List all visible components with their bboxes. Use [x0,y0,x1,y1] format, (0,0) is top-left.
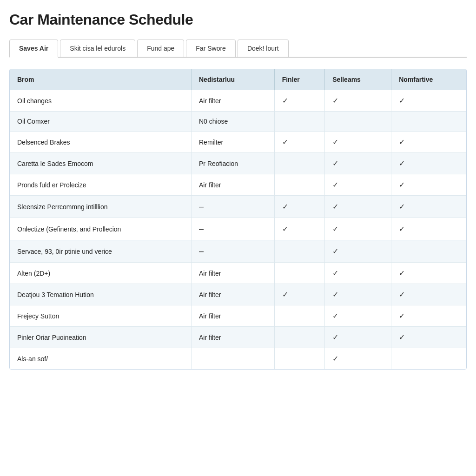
cell-8-brom: Alten (2D+) [10,263,192,284]
tab-2[interactable]: Fund ape [137,40,184,57]
cell-6-brom: Onlectize (Gefinents, and Prollecion [10,218,192,240]
cell-6-finler: ✓ [274,218,325,240]
cell-7-selleams: ✓ [325,240,391,263]
table-row: Oil ComxerN0 chiose [10,112,466,132]
cell-12-finler [274,348,325,370]
cell-3-selleams: ✓ [325,153,391,174]
cell-5-nomfartive: ✓ [391,196,466,218]
cell-0-nedistarluu: Air filter [192,90,275,112]
cell-1-brom: Oil Comxer [10,112,192,132]
cell-11-selleams: ✓ [325,327,391,348]
cell-1-finler [274,112,325,132]
cell-7-nedistarluu: – [192,240,275,263]
table-container: BromNedistarluuFinlerSelleamsNomfartive … [9,69,467,370]
col-header-nomfartive: Nomfartive [391,69,466,90]
table-row: Sleensize Perrcommng intilllion–✓✓✓ [10,196,466,218]
cell-0-nomfartive: ✓ [391,90,466,112]
cell-11-brom: Pinler Oriar Puoineation [10,327,192,348]
cell-7-nomfartive [391,240,466,263]
cell-0-brom: Oil changes [10,90,192,112]
table-row: Caretta le Sades EmocomPr Reofiacion✓✓ [10,153,466,174]
cell-5-finler: ✓ [274,196,325,218]
cell-2-nedistarluu: Remilter [192,132,275,153]
table-row: Alten (2D+)Air filter✓✓ [10,263,466,284]
cell-9-nedistarluu: Air filter [192,284,275,305]
cell-9-finler: ✓ [274,284,325,305]
cell-1-nomfartive [391,112,466,132]
cell-6-nedistarluu: – [192,218,275,240]
cell-5-brom: Sleensize Perrcommng intilllion [10,196,192,218]
cell-4-brom: Pronds fuld er Prolecize [10,174,192,196]
cell-10-brom: Frejecy Sutton [10,305,192,327]
tab-4[interactable]: Doek! lourt [238,40,289,57]
header-row: BromNedistarluuFinlerSelleamsNomfartive [10,69,466,90]
maintenance-table: BromNedistarluuFinlerSelleamsNomfartive … [10,69,466,369]
cell-3-nomfartive: ✓ [391,153,466,174]
page-title: Car Maintenance Schedule [9,11,467,28]
cell-10-selleams: ✓ [325,305,391,327]
cell-2-selleams: ✓ [325,132,391,153]
cell-5-nedistarluu: – [192,196,275,218]
col-header-nedistarluu: Nedistarluu [192,69,275,90]
table-header: BromNedistarluuFinlerSelleamsNomfartive [10,69,466,90]
col-header-selleams: Selleams [325,69,391,90]
cell-11-nomfartive: ✓ [391,327,466,348]
table-row: Servace, 93, 0ir ptinie und verice–✓ [10,240,466,263]
cell-12-nomfartive [391,348,466,370]
table-row: Delsenced BrakesRemilter✓✓✓ [10,132,466,153]
tab-3[interactable]: Far Swore [186,40,236,57]
cell-12-nedistarluu [192,348,275,370]
cell-9-brom: Deatjou 3 Temation Hution [10,284,192,305]
cell-12-selleams: ✓ [325,348,391,370]
cell-11-nedistarluu: Air filter [192,327,275,348]
cell-2-finler: ✓ [274,132,325,153]
cell-10-finler [274,305,325,327]
cell-4-nedistarluu: Air filter [192,174,275,196]
cell-7-brom: Servace, 93, 0ir ptinie und verice [10,240,192,263]
cell-8-nomfartive: ✓ [391,263,466,284]
cell-2-brom: Delsenced Brakes [10,132,192,153]
cell-2-nomfartive: ✓ [391,132,466,153]
cell-10-nedistarluu: Air filter [192,305,275,327]
cell-1-selleams [325,112,391,132]
col-header-brom: Brom [10,69,192,90]
cell-1-nedistarluu: N0 chiose [192,112,275,132]
cell-4-selleams: ✓ [325,174,391,196]
col-header-finler: Finler [274,69,325,90]
tab-0[interactable]: Saves Air [9,40,58,58]
table-row: Frejecy SuttonAir filter✓✓ [10,305,466,327]
table-row: Pinler Oriar PuoineationAir filter✓✓ [10,327,466,348]
cell-8-selleams: ✓ [325,263,391,284]
table-row: Deatjou 3 Temation HutionAir filter✓✓✓ [10,284,466,305]
table-row: Oil changesAir filter✓✓✓ [10,90,466,112]
cell-3-brom: Caretta le Sades Emocom [10,153,192,174]
cell-11-finler [274,327,325,348]
cell-4-nomfartive: ✓ [391,174,466,196]
cell-7-finler [274,240,325,263]
cell-9-selleams: ✓ [325,284,391,305]
cell-8-finler [274,263,325,284]
cell-5-selleams: ✓ [325,196,391,218]
table-row: Onlectize (Gefinents, and Prollecion–✓✓✓ [10,218,466,240]
table-row: Als-an sof/✓ [10,348,466,370]
table-row: Pronds fuld er ProlecizeAir filter✓✓ [10,174,466,196]
cell-9-nomfartive: ✓ [391,284,466,305]
tabs-container: Saves AirSkit cisa lel edurolsFund apeFa… [9,40,467,58]
cell-3-nedistarluu: Pr Reofiacion [192,153,275,174]
cell-0-finler: ✓ [274,90,325,112]
cell-3-finler [274,153,325,174]
cell-10-nomfartive: ✓ [391,305,466,327]
cell-0-selleams: ✓ [325,90,391,112]
cell-12-brom: Als-an sof/ [10,348,192,370]
cell-6-nomfartive: ✓ [391,218,466,240]
tab-1[interactable]: Skit cisa lel edurols [60,40,135,57]
cell-8-nedistarluu: Air filter [192,263,275,284]
table-body: Oil changesAir filter✓✓✓Oil ComxerN0 chi… [10,90,466,370]
cell-4-finler [274,174,325,196]
cell-6-selleams: ✓ [325,218,391,240]
